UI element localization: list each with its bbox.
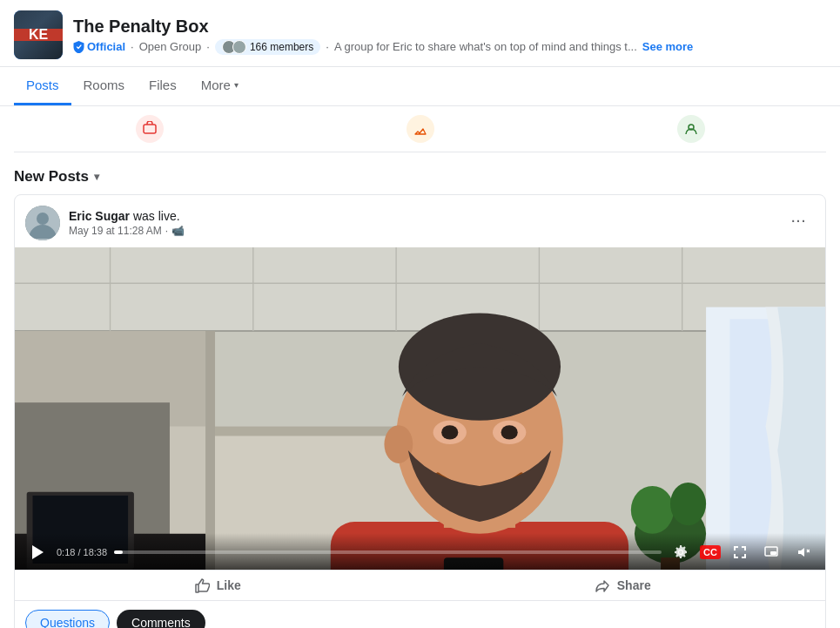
progress-bar-bg bbox=[114, 550, 662, 554]
share-button[interactable]: Share bbox=[420, 571, 826, 600]
section-header: New Posts ▾ bbox=[14, 159, 826, 194]
progress-bar-area[interactable] bbox=[114, 550, 662, 554]
share-label: Share bbox=[617, 578, 651, 592]
nav-tabs: Posts Rooms Files More ▾ bbox=[0, 67, 840, 106]
see-more-link[interactable]: See more bbox=[642, 40, 694, 53]
svg-point-39 bbox=[384, 425, 413, 463]
svg-point-42 bbox=[441, 425, 458, 439]
pip-button[interactable] bbox=[759, 540, 783, 564]
svg-rect-48 bbox=[770, 551, 776, 555]
page-wrapper: KE The Penalty Box Official · Open Group… bbox=[0, 0, 840, 628]
svg-point-32 bbox=[670, 483, 706, 525]
video-controls: 0:18 / 18:38 CC bbox=[15, 533, 825, 570]
svg-point-3 bbox=[37, 213, 49, 225]
post-avatar bbox=[25, 206, 60, 240]
author-info: Eric Sugar was live. May 19 at 11:28 AM … bbox=[69, 209, 185, 237]
icon-strip bbox=[14, 106, 826, 152]
svg-point-31 bbox=[631, 486, 674, 534]
mute-button[interactable] bbox=[790, 540, 815, 564]
play-button[interactable] bbox=[25, 540, 50, 564]
members-pill: 166 members bbox=[215, 39, 320, 55]
shield-icon bbox=[73, 41, 84, 53]
post-more-button[interactable]: ··· bbox=[783, 206, 815, 237]
post-header: Eric Sugar was live. May 19 at 11:28 AM … bbox=[15, 195, 825, 247]
post-date: May 19 at 11:28 AM bbox=[69, 225, 162, 237]
cc-button[interactable]: CC bbox=[700, 545, 721, 559]
comment-tabs: Questions Comments bbox=[15, 601, 825, 628]
members-count: 166 members bbox=[250, 41, 313, 53]
group-meta: Official · Open Group · 166 members · A … bbox=[73, 39, 826, 55]
mini-avatar-2 bbox=[232, 40, 246, 54]
office-scene-svg: linezero bbox=[15, 247, 825, 570]
svg-rect-5 bbox=[15, 247, 825, 331]
post-card: Eric Sugar was live. May 19 at 11:28 AM … bbox=[14, 194, 826, 628]
settings-button[interactable] bbox=[669, 540, 693, 564]
progress-bar-fill bbox=[114, 550, 123, 554]
svg-point-43 bbox=[501, 425, 518, 439]
tab-comments[interactable]: Comments bbox=[117, 610, 205, 628]
tab-questions[interactable]: Questions bbox=[25, 610, 110, 628]
group-header: KE The Penalty Box Official · Open Group… bbox=[0, 0, 840, 67]
members-avatars bbox=[222, 40, 246, 54]
like-label: Like bbox=[217, 578, 241, 592]
tab-posts[interactable]: Posts bbox=[14, 67, 71, 105]
was-live-text: was live. bbox=[133, 209, 180, 223]
content-area: New Posts ▾ bbox=[0, 106, 840, 628]
fullscreen-button[interactable] bbox=[728, 540, 752, 564]
group-avatar: KE bbox=[14, 10, 63, 59]
group-description: A group for Eric to share what's on top … bbox=[334, 40, 637, 53]
svg-marker-46 bbox=[32, 545, 44, 559]
open-group-label: Open Group bbox=[139, 40, 202, 53]
author-name: Eric Sugar was live. bbox=[69, 209, 185, 223]
tab-more[interactable]: More ▾ bbox=[189, 67, 251, 105]
group-info: The Penalty Box Official · Open Group · bbox=[73, 16, 826, 55]
tab-rooms[interactable]: Rooms bbox=[71, 67, 138, 105]
official-badge: Official bbox=[73, 40, 125, 53]
post-avatar-img bbox=[25, 206, 60, 240]
strip-icon-1[interactable] bbox=[136, 115, 164, 143]
post-actions: Like Share bbox=[15, 570, 825, 601]
post-meta: May 19 at 11:28 AM · 📹 bbox=[69, 225, 185, 237]
group-title: The Penalty Box bbox=[73, 16, 826, 37]
strip-icon-3[interactable] bbox=[677, 115, 705, 143]
video-container[interactable]: linezero 0:18 / 18:38 bbox=[15, 247, 825, 570]
new-posts-dropdown-icon[interactable]: ▾ bbox=[94, 171, 99, 183]
like-button[interactable]: Like bbox=[15, 571, 420, 600]
video-icon: 📹 bbox=[171, 225, 185, 237]
tab-files[interactable]: Files bbox=[137, 67, 189, 105]
official-label: Official bbox=[87, 40, 125, 53]
avatar-letters: KE bbox=[29, 27, 48, 43]
chevron-down-icon: ▾ bbox=[234, 80, 239, 90]
svg-rect-0 bbox=[144, 125, 156, 133]
video-time: 0:18 / 18:38 bbox=[57, 547, 107, 557]
strip-icon-2[interactable] bbox=[407, 115, 434, 143]
new-posts-label: New Posts bbox=[14, 168, 89, 186]
post-author-area: Eric Sugar was live. May 19 at 11:28 AM … bbox=[25, 206, 185, 240]
